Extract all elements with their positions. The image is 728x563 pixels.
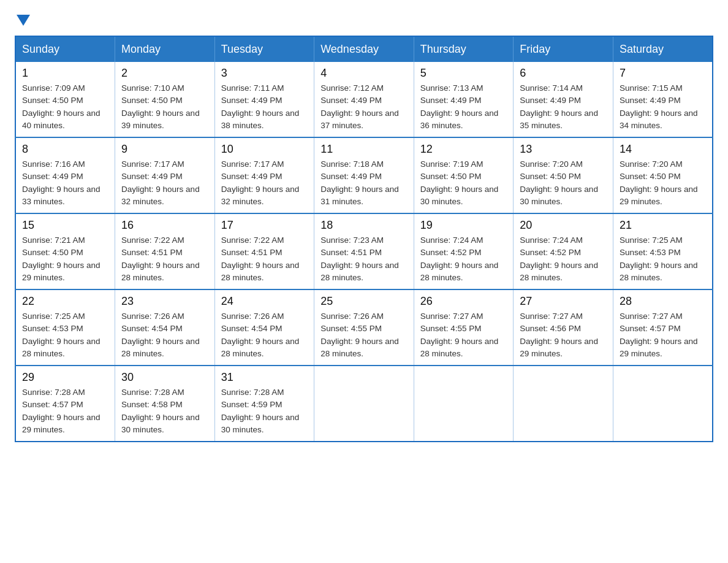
calendar-day-cell: 7 Sunrise: 7:15 AMSunset: 4:49 PMDayligh…	[613, 62, 713, 137]
calendar-day-cell	[414, 366, 514, 442]
calendar-week-row: 1 Sunrise: 7:09 AMSunset: 4:50 PMDayligh…	[15, 62, 713, 137]
day-number: 30	[121, 371, 208, 384]
calendar-day-cell	[314, 366, 414, 442]
logo-arrow-icon	[17, 15, 30, 28]
day-info: Sunrise: 7:12 AMSunset: 4:49 PMDaylight:…	[320, 83, 399, 130]
calendar-day-cell: 14 Sunrise: 7:20 AMSunset: 4:50 PMDaylig…	[613, 137, 713, 213]
calendar-day-cell: 22 Sunrise: 7:25 AMSunset: 4:53 PMDaylig…	[15, 289, 115, 366]
calendar-day-cell: 8 Sunrise: 7:16 AMSunset: 4:49 PMDayligh…	[15, 137, 115, 213]
day-info: Sunrise: 7:15 AMSunset: 4:49 PMDaylight:…	[620, 83, 698, 130]
day-info: Sunrise: 7:27 AMSunset: 4:57 PMDaylight:…	[620, 312, 698, 358]
day-number: 14	[620, 143, 706, 156]
day-info: Sunrise: 7:17 AMSunset: 4:49 PMDaylight:…	[121, 159, 200, 206]
day-number: 21	[620, 219, 706, 232]
calendar-header-monday: Monday	[115, 36, 215, 62]
day-number: 27	[520, 295, 607, 308]
day-number: 5	[420, 67, 507, 80]
day-number: 16	[121, 219, 208, 232]
calendar-day-cell: 5 Sunrise: 7:13 AMSunset: 4:49 PMDayligh…	[414, 62, 514, 137]
day-number: 18	[320, 219, 408, 232]
day-info: Sunrise: 7:28 AMSunset: 4:59 PMDaylight:…	[221, 388, 300, 434]
day-info: Sunrise: 7:14 AMSunset: 4:49 PMDaylight:…	[520, 83, 598, 130]
svg-marker-0	[17, 15, 30, 26]
calendar-day-cell: 20 Sunrise: 7:24 AMSunset: 4:52 PMDaylig…	[514, 213, 613, 289]
calendar-day-cell: 16 Sunrise: 7:22 AMSunset: 4:51 PMDaylig…	[115, 213, 215, 289]
day-number: 25	[320, 295, 408, 308]
day-info: Sunrise: 7:27 AMSunset: 4:55 PMDaylight:…	[420, 312, 499, 358]
calendar-day-cell: 26 Sunrise: 7:27 AMSunset: 4:55 PMDaylig…	[414, 289, 514, 366]
day-info: Sunrise: 7:10 AMSunset: 4:50 PMDaylight:…	[121, 83, 200, 130]
day-number: 7	[620, 67, 706, 80]
day-number: 23	[121, 295, 208, 308]
day-number: 28	[620, 295, 706, 308]
calendar-week-row: 15 Sunrise: 7:21 AMSunset: 4:50 PMDaylig…	[15, 213, 713, 289]
calendar-day-cell: 6 Sunrise: 7:14 AMSunset: 4:49 PMDayligh…	[514, 62, 613, 137]
calendar-day-cell: 28 Sunrise: 7:27 AMSunset: 4:57 PMDaylig…	[613, 289, 713, 366]
calendar-header-tuesday: Tuesday	[214, 36, 314, 62]
day-number: 17	[221, 219, 308, 232]
day-number: 12	[420, 143, 507, 156]
calendar-header-row: SundayMondayTuesdayWednesdayThursdayFrid…	[15, 36, 713, 62]
calendar-week-row: 29 Sunrise: 7:28 AMSunset: 4:57 PMDaylig…	[15, 366, 713, 442]
day-number: 29	[22, 371, 108, 384]
day-info: Sunrise: 7:09 AMSunset: 4:50 PMDaylight:…	[22, 83, 100, 130]
calendar-header-saturday: Saturday	[613, 36, 713, 62]
calendar-day-cell: 29 Sunrise: 7:28 AMSunset: 4:57 PMDaylig…	[15, 366, 115, 442]
day-info: Sunrise: 7:13 AMSunset: 4:49 PMDaylight:…	[420, 83, 499, 130]
day-info: Sunrise: 7:20 AMSunset: 4:50 PMDaylight:…	[520, 159, 598, 206]
day-number: 24	[221, 295, 308, 308]
calendar-header-sunday: Sunday	[15, 36, 115, 62]
day-info: Sunrise: 7:21 AMSunset: 4:50 PMDaylight:…	[22, 236, 100, 282]
day-info: Sunrise: 7:19 AMSunset: 4:50 PMDaylight:…	[420, 159, 499, 206]
day-info: Sunrise: 7:20 AMSunset: 4:50 PMDaylight:…	[620, 159, 698, 206]
day-number: 13	[520, 143, 607, 156]
day-number: 11	[320, 143, 408, 156]
calendar-day-cell: 23 Sunrise: 7:26 AMSunset: 4:54 PMDaylig…	[115, 289, 215, 366]
calendar-day-cell: 4 Sunrise: 7:12 AMSunset: 4:49 PMDayligh…	[314, 62, 414, 137]
calendar-table: SundayMondayTuesdayWednesdayThursdayFrid…	[15, 36, 713, 442]
day-info: Sunrise: 7:18 AMSunset: 4:49 PMDaylight:…	[320, 159, 399, 206]
day-info: Sunrise: 7:27 AMSunset: 4:56 PMDaylight:…	[520, 312, 598, 358]
calendar-day-cell: 15 Sunrise: 7:21 AMSunset: 4:50 PMDaylig…	[15, 213, 115, 289]
day-number: 8	[22, 143, 108, 156]
day-info: Sunrise: 7:25 AMSunset: 4:53 PMDaylight:…	[22, 312, 100, 358]
calendar-day-cell: 30 Sunrise: 7:28 AMSunset: 4:58 PMDaylig…	[115, 366, 215, 442]
calendar-header-wednesday: Wednesday	[314, 36, 414, 62]
day-info: Sunrise: 7:25 AMSunset: 4:53 PMDaylight:…	[620, 236, 698, 282]
day-number: 1	[22, 67, 108, 80]
day-info: Sunrise: 7:26 AMSunset: 4:55 PMDaylight:…	[320, 312, 399, 358]
day-number: 2	[121, 67, 208, 80]
day-number: 19	[420, 219, 507, 232]
day-info: Sunrise: 7:24 AMSunset: 4:52 PMDaylight:…	[420, 236, 499, 282]
day-info: Sunrise: 7:22 AMSunset: 4:51 PMDaylight:…	[221, 236, 300, 282]
day-number: 31	[221, 371, 308, 384]
day-info: Sunrise: 7:28 AMSunset: 4:58 PMDaylight:…	[121, 388, 200, 434]
calendar-day-cell: 21 Sunrise: 7:25 AMSunset: 4:53 PMDaylig…	[613, 213, 713, 289]
calendar-day-cell	[613, 366, 713, 442]
calendar-day-cell	[514, 366, 613, 442]
day-info: Sunrise: 7:11 AMSunset: 4:49 PMDaylight:…	[221, 83, 300, 130]
day-info: Sunrise: 7:16 AMSunset: 4:49 PMDaylight:…	[22, 159, 100, 206]
calendar-day-cell: 13 Sunrise: 7:20 AMSunset: 4:50 PMDaylig…	[514, 137, 613, 213]
day-info: Sunrise: 7:22 AMSunset: 4:51 PMDaylight:…	[121, 236, 200, 282]
day-number: 20	[520, 219, 607, 232]
day-number: 10	[221, 143, 308, 156]
calendar-day-cell: 19 Sunrise: 7:24 AMSunset: 4:52 PMDaylig…	[414, 213, 514, 289]
calendar-day-cell: 9 Sunrise: 7:17 AMSunset: 4:49 PMDayligh…	[115, 137, 215, 213]
day-info: Sunrise: 7:24 AMSunset: 4:52 PMDaylight:…	[520, 236, 598, 282]
calendar-header-thursday: Thursday	[414, 36, 514, 62]
day-number: 3	[221, 67, 308, 80]
calendar-day-cell: 3 Sunrise: 7:11 AMSunset: 4:49 PMDayligh…	[214, 62, 314, 137]
calendar-day-cell: 25 Sunrise: 7:26 AMSunset: 4:55 PMDaylig…	[314, 289, 414, 366]
calendar-day-cell: 2 Sunrise: 7:10 AMSunset: 4:50 PMDayligh…	[115, 62, 215, 137]
day-number: 9	[121, 143, 208, 156]
day-info: Sunrise: 7:26 AMSunset: 4:54 PMDaylight:…	[121, 312, 200, 358]
calendar-day-cell: 17 Sunrise: 7:22 AMSunset: 4:51 PMDaylig…	[214, 213, 314, 289]
calendar-day-cell: 24 Sunrise: 7:26 AMSunset: 4:54 PMDaylig…	[214, 289, 314, 366]
day-info: Sunrise: 7:17 AMSunset: 4:49 PMDaylight:…	[221, 159, 300, 206]
day-number: 26	[420, 295, 507, 308]
calendar-day-cell: 12 Sunrise: 7:19 AMSunset: 4:50 PMDaylig…	[414, 137, 514, 213]
day-info: Sunrise: 7:28 AMSunset: 4:57 PMDaylight:…	[22, 388, 100, 434]
page-header	[15, 15, 713, 26]
day-info: Sunrise: 7:26 AMSunset: 4:54 PMDaylight:…	[221, 312, 300, 358]
